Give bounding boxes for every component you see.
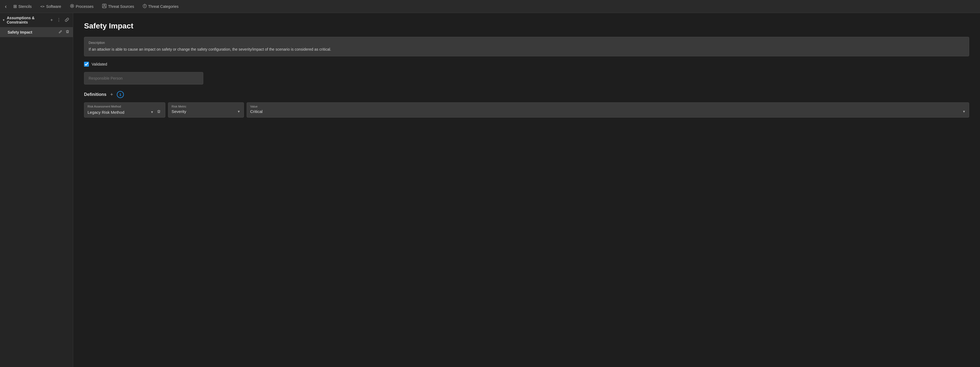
more-options-button[interactable]: ⋮ xyxy=(56,17,62,23)
nav-item-software[interactable]: <> Software xyxy=(37,3,65,10)
sidebar-section-header: ▼ Assumptions & Constraints + ⋮ xyxy=(0,13,73,27)
software-icon: <> xyxy=(40,4,45,8)
risk-metric-chevron-icon: ▼ xyxy=(237,110,240,113)
nav-label-processes: Processes xyxy=(76,4,94,9)
main-content: Safety Impact Description If an attacker… xyxy=(73,13,980,367)
sidebar-section-title: Assumptions & Constraints xyxy=(7,16,48,24)
section-chevron-icon: ▼ xyxy=(2,18,5,22)
sidebar-item-safety-impact[interactable]: Safety Impact xyxy=(0,27,73,37)
nav-item-stencils[interactable]: ⊞ Stencils xyxy=(10,2,35,11)
svg-point-3 xyxy=(103,5,105,6)
add-item-button[interactable]: + xyxy=(49,17,54,23)
link-button[interactable] xyxy=(64,17,70,23)
risk-method-value: Legacy Risk Method xyxy=(88,110,148,114)
nav-label-threat-categories: Threat Categories xyxy=(148,4,178,9)
svg-point-1 xyxy=(71,5,73,6)
sidebar-item-actions xyxy=(58,29,70,35)
sidebar: ▼ Assumptions & Constraints + ⋮ Safety I… xyxy=(0,13,73,367)
value-chevron-icon: ▼ xyxy=(963,110,966,113)
top-nav: ‹ ⊞ Stencils <> Software Processes xyxy=(0,0,980,13)
sidebar-section-actions: + ⋮ xyxy=(49,17,70,23)
nav-label-stencils: Stencils xyxy=(18,4,32,9)
description-text: If an attacker is able to cause an impac… xyxy=(89,46,964,52)
risk-metric-label: Risk Metric xyxy=(172,105,240,108)
nav-label-software: Software xyxy=(46,4,61,9)
definitions-row: Definitions + 1 xyxy=(84,91,969,98)
validated-label: Validated xyxy=(92,62,107,66)
value-value: Critical xyxy=(250,109,960,114)
risk-metric-value: Severity xyxy=(172,109,235,114)
risk-method-label: Risk Assessment Method xyxy=(88,105,162,108)
nav-label-threat-sources: Threat Sources xyxy=(108,4,134,9)
responsible-person-input[interactable] xyxy=(84,72,203,84)
nav-item-threat-sources[interactable]: Threat Sources xyxy=(99,2,138,11)
delete-item-button[interactable] xyxy=(65,29,70,35)
main-layout: ▼ Assumptions & Constraints + ⋮ Safety I… xyxy=(0,13,980,367)
definitions-label: Definitions xyxy=(84,92,107,97)
definition-count-badge: 1 xyxy=(117,91,124,98)
value-field[interactable]: Value Critical ▼ xyxy=(247,102,969,118)
risk-method-chevron-icon: ▼ xyxy=(150,110,154,114)
description-label: Description xyxy=(89,41,964,45)
nav-items: ⊞ Stencils <> Software Processes xyxy=(10,2,182,11)
back-button[interactable]: ‹ xyxy=(2,2,10,11)
threat-categories-icon xyxy=(143,4,146,9)
sidebar-item-label: Safety Impact xyxy=(8,30,56,34)
edit-item-button[interactable] xyxy=(58,29,63,35)
risk-metric-row: Severity ▼ xyxy=(172,109,240,114)
processes-icon xyxy=(70,4,74,9)
add-definition-button[interactable]: + xyxy=(109,92,115,97)
risk-method-row: Legacy Risk Method ▼ xyxy=(88,109,162,115)
definition-fields: Risk Assessment Method Legacy Risk Metho… xyxy=(84,102,969,118)
value-label: Value xyxy=(250,105,966,108)
description-box: Description If an attacker is able to ca… xyxy=(84,37,969,56)
risk-method-delete-button[interactable] xyxy=(156,109,162,115)
validated-row: Validated xyxy=(84,62,969,67)
nav-item-processes[interactable]: Processes xyxy=(66,2,97,11)
threat-sources-icon xyxy=(102,4,107,9)
validated-checkbox[interactable] xyxy=(84,62,89,67)
page-title: Safety Impact xyxy=(84,22,969,30)
value-row: Critical ▼ xyxy=(250,109,966,114)
nav-item-threat-categories[interactable]: Threat Categories xyxy=(139,2,182,11)
risk-assessment-method-field[interactable]: Risk Assessment Method Legacy Risk Metho… xyxy=(84,102,165,118)
stencils-icon: ⊞ xyxy=(13,4,17,9)
risk-metric-field[interactable]: Risk Metric Severity ▼ xyxy=(168,102,244,118)
